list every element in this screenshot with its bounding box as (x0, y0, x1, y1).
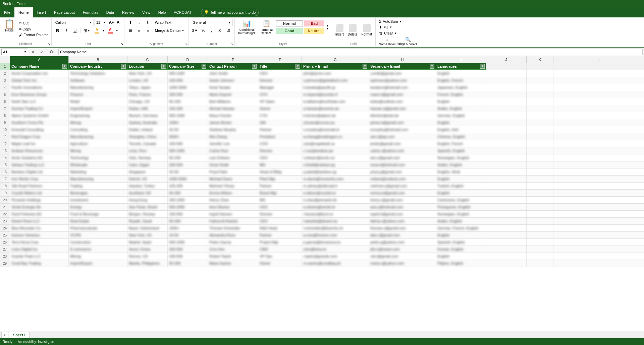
row-num-1[interactable]: 1 (0, 63, 10, 70)
delete-button[interactable]: ⬜ Delete (346, 23, 359, 37)
list-item[interactable]: Manufacturing (69, 176, 127, 182)
list-item[interactable]: COO (258, 140, 302, 147)
list-item[interactable] (527, 154, 553, 161)
list-item[interactable]: pedro.g@yahoo.com (369, 239, 436, 246)
list-item[interactable]: i.hansen@fjord.no (302, 211, 369, 217)
list-item[interactable]: Bob Williams (208, 98, 258, 105)
align-middle-button[interactable]: ↕ (135, 19, 143, 26)
list-item[interactable]: rob.t@gmail.com (369, 253, 436, 260)
list-item[interactable]: alex.r@gmail.com (369, 232, 436, 238)
list-item[interactable]: lars.e@gmail.com (369, 154, 436, 161)
row-num-3[interactable]: 3 (0, 77, 10, 84)
list-item[interactable]: Sydney, Australia (127, 119, 168, 126)
list-item[interactable] (553, 197, 644, 203)
list-item[interactable]: Toronto, Canada (127, 140, 168, 147)
list-item[interactable]: Wholesale (69, 161, 127, 168)
row-num-18[interactable]: 18 (0, 183, 10, 189)
list-item[interactable] (553, 112, 644, 119)
style-good[interactable]: Good (276, 28, 303, 34)
col-header-A[interactable]: A (10, 56, 69, 63)
list-item[interactable]: Fatima Al-Rashid (208, 218, 258, 224)
list-item[interactable]: Construction (69, 239, 127, 246)
list-item[interactable]: 1000-5000 (168, 84, 208, 91)
font-size-selector[interactable]: 11 ▼ (95, 19, 107, 26)
list-item[interactable] (527, 119, 553, 126)
list-item[interactable]: j.brown@scross.au (302, 119, 369, 126)
list-item[interactable]: CFO (258, 91, 302, 98)
list-item[interactable]: New York, US (127, 232, 168, 238)
list-item[interactable]: k.fischer@alpine.de (302, 112, 369, 119)
list-item[interactable] (553, 126, 644, 133)
list-item[interactable] (527, 126, 553, 133)
list-item[interactable]: m.yilmaz@silkroad.tr (302, 183, 369, 189)
cell-H1[interactable]: Secondary Email ▼ (369, 63, 436, 70)
list-item[interactable]: Henry Chan (208, 197, 258, 203)
list-item[interactable]: Iron Works Corp (10, 176, 69, 182)
percent-button[interactable]: % (200, 27, 207, 34)
list-item[interactable] (553, 204, 644, 210)
font-expand-icon[interactable]: ↘ (121, 42, 123, 46)
list-item[interactable]: Technology Solutions (69, 70, 127, 77)
list-item[interactable]: John Smith (208, 70, 258, 77)
list-item[interactable]: North Star LLC (10, 98, 69, 105)
row-num-25[interactable]: 25 (0, 232, 10, 238)
list-item[interactable]: Project Mgr (258, 239, 302, 246)
list-item[interactable]: President (258, 133, 302, 140)
row-num-11[interactable]: 11 (0, 133, 10, 140)
list-item[interactable]: German, English (436, 112, 486, 119)
list-item[interactable]: English (436, 70, 486, 77)
list-item[interactable]: Mining (69, 147, 127, 154)
list-item[interactable] (527, 246, 553, 253)
list-item[interactable]: hassan.a@gmail.com (369, 105, 436, 112)
list-item[interactable] (486, 161, 527, 168)
row-num-5[interactable]: 5 (0, 91, 10, 98)
list-item[interactable]: Filipino, English (436, 260, 486, 267)
list-item[interactable]: CEO (258, 218, 302, 224)
list-item[interactable] (527, 218, 553, 224)
list-item[interactable] (486, 154, 527, 161)
list-item[interactable]: Ahmad Hassan (208, 105, 258, 112)
list-item[interactable]: Jennifer Lee (208, 140, 258, 147)
list-item[interactable]: Klaus Fischer (208, 112, 258, 119)
col-header-I[interactable]: I (436, 56, 486, 63)
list-item[interactable]: Chinese, English (436, 133, 486, 140)
list-item[interactable]: 200-500 (168, 246, 208, 253)
tab-review[interactable]: Review (118, 7, 138, 17)
list-item[interactable]: Manufacturing (69, 133, 127, 140)
col-header-K[interactable]: K (527, 56, 553, 63)
list-item[interactable] (486, 105, 527, 112)
row-num-4[interactable]: 4 (0, 84, 10, 91)
filter-C1[interactable]: ▼ (161, 64, 166, 69)
list-item[interactable] (486, 190, 527, 196)
list-item[interactable]: Red Dragon Corp (10, 133, 69, 140)
clipboard-expand-icon[interactable]: ↘ (48, 42, 51, 46)
list-item[interactable]: Partner (258, 232, 302, 238)
list-item[interactable]: 200-500 (168, 91, 208, 98)
list-item[interactable] (486, 225, 527, 231)
row-num-16[interactable]: 16 (0, 168, 10, 175)
cell-styles-expand[interactable]: ▲ ▼ (326, 23, 330, 31)
list-item[interactable]: henry.c@gmail.com (369, 197, 436, 203)
list-item[interactable]: Ji-ho Kim (208, 246, 258, 253)
col-header-C[interactable]: C (127, 56, 168, 63)
list-item[interactable]: English, Hindi (436, 168, 486, 175)
col-header-L[interactable]: L (553, 56, 644, 63)
list-item[interactable]: Import/Export (69, 260, 127, 267)
italic-button[interactable]: I (62, 27, 70, 34)
list-item[interactable] (527, 253, 553, 260)
list-item[interactable]: 100-500 (168, 253, 208, 260)
list-item[interactable] (527, 176, 553, 182)
list-item[interactable]: 500-1000 (168, 112, 208, 119)
list-item[interactable]: Detroit, US (127, 176, 168, 182)
list-item[interactable]: o.khalil@sahara.eg (302, 161, 369, 168)
list-item[interactable]: English (436, 98, 486, 105)
filter-H1[interactable]: ▼ (430, 64, 434, 69)
row-num-22[interactable]: 22 (0, 211, 10, 217)
merge-center-button[interactable]: Merge & Center ▼ (153, 27, 187, 34)
bold-button[interactable]: B (54, 27, 62, 34)
list-item[interactable]: Istanbul, Turkey (127, 183, 168, 189)
row-num-14[interactable]: 14 (0, 154, 10, 161)
list-item[interactable]: sjohnson@yahoo.com (369, 77, 436, 84)
list-item[interactable] (486, 183, 527, 189)
list-item[interactable] (553, 98, 644, 105)
